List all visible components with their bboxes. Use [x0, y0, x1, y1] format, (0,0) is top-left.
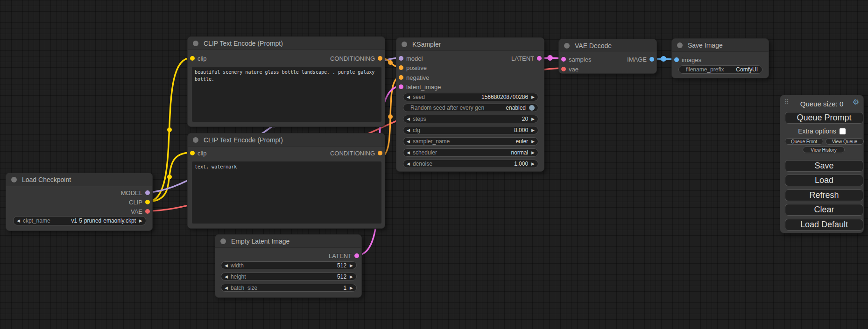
- output-slot-conditioning[interactable]: CONDITIONING: [330, 149, 382, 157]
- node-title-bar[interactable]: VAE Decode: [559, 39, 656, 52]
- image-port-icon[interactable]: [649, 57, 654, 62]
- increment-arrow-icon[interactable]: ▶: [350, 274, 353, 279]
- input-slot-images[interactable]: images: [674, 56, 701, 63]
- increment-arrow-icon[interactable]: ▶: [139, 218, 142, 223]
- node-clip-text-encode-negative[interactable]: CLIP Text Encode (Prompt) clip CONDITION…: [187, 133, 385, 229]
- collapse-dot-icon[interactable]: [402, 42, 407, 47]
- decrement-arrow-icon[interactable]: ◀: [17, 218, 20, 223]
- node-title-bar[interactable]: KSampler: [396, 38, 544, 51]
- save-button[interactable]: Save: [785, 160, 863, 172]
- latent-port-icon[interactable]: [561, 57, 566, 62]
- input-slot-vae[interactable]: vae: [561, 65, 579, 73]
- clip-port-icon[interactable]: [145, 200, 150, 204]
- load-default-button[interactable]: Load Default: [785, 219, 863, 231]
- conditioning-port-icon[interactable]: [378, 56, 382, 61]
- widget-seed[interactable]: ◀ seed 156680208700286 ▶: [403, 93, 538, 101]
- latent-port-icon[interactable]: [354, 253, 359, 258]
- decrement-arrow-icon[interactable]: ◀: [225, 286, 228, 290]
- collapse-dot-icon[interactable]: [564, 43, 570, 49]
- decrement-arrow-icon[interactable]: ◀: [407, 117, 410, 121]
- node-title-bar[interactable]: CLIP Text Encode (Prompt): [188, 37, 385, 50]
- increment-arrow-icon[interactable]: ▶: [531, 161, 535, 166]
- image-port-icon[interactable]: [674, 57, 679, 62]
- graph-canvas[interactable]: { "colors": { "model": "#B39DDB", "clip"…: [0, 0, 868, 329]
- conditioning-port-icon[interactable]: [399, 75, 403, 80]
- output-slot-conditioning[interactable]: CONDITIONING: [330, 55, 382, 62]
- toggle-enabled-icon[interactable]: [529, 105, 535, 111]
- decrement-arrow-icon[interactable]: ◀: [225, 274, 228, 279]
- clip-port-icon[interactable]: [190, 151, 195, 155]
- node-save-image[interactable]: Save Image images filename_prefix ComfyU…: [671, 38, 769, 78]
- increment-arrow-icon[interactable]: ▶: [350, 263, 353, 268]
- vae-port-icon[interactable]: [145, 209, 150, 214]
- input-slot-clip[interactable]: clip: [190, 55, 207, 62]
- increment-arrow-icon[interactable]: ▶: [531, 128, 535, 133]
- view-history-button[interactable]: View History: [803, 147, 845, 153]
- widget-cfg[interactable]: ◀ cfg 8.000 ▶: [403, 126, 538, 134]
- view-queue-button[interactable]: View Queue: [826, 138, 864, 145]
- settings-gear-icon[interactable]: ⚙: [853, 98, 859, 106]
- decrement-arrow-icon[interactable]: ◀: [225, 263, 228, 268]
- decrement-arrow-icon[interactable]: ◀: [407, 161, 410, 166]
- output-slot-image[interactable]: IMAGE: [627, 56, 654, 63]
- queue-front-button[interactable]: Queue Front: [785, 138, 823, 145]
- widget-denoise[interactable]: ◀ denoise 1.000 ▶: [403, 160, 538, 168]
- collapse-dot-icon[interactable]: [677, 42, 683, 48]
- decrement-arrow-icon[interactable]: ◀: [407, 95, 410, 99]
- widget-steps[interactable]: ◀ steps 20 ▶: [403, 115, 538, 123]
- output-slot-clip[interactable]: CLIP: [129, 198, 150, 206]
- collapse-dot-icon[interactable]: [220, 238, 226, 244]
- clear-button[interactable]: Clear: [785, 204, 863, 216]
- input-slot-positive[interactable]: positive: [399, 64, 427, 71]
- node-vae-decode[interactable]: VAE Decode samples vae IMAGE: [558, 39, 657, 74]
- prompt-textarea[interactable]: text, watermark: [192, 161, 381, 224]
- vae-port-icon[interactable]: [561, 67, 566, 71]
- latent-port-icon[interactable]: [399, 84, 403, 89]
- node-title-bar[interactable]: Load Checkpoint: [6, 173, 152, 186]
- input-slot-samples[interactable]: samples: [561, 56, 591, 63]
- node-title-bar[interactable]: Empty Latent Image: [215, 235, 361, 248]
- widget-sampler-name[interactable]: ◀ sampler_name euler ▶: [403, 137, 538, 146]
- increment-arrow-icon[interactable]: ▶: [531, 95, 535, 99]
- conditioning-port-icon[interactable]: [399, 65, 403, 70]
- load-button[interactable]: Load: [785, 175, 863, 186]
- collapse-dot-icon[interactable]: [193, 41, 198, 46]
- increment-arrow-icon[interactable]: ▶: [531, 150, 535, 155]
- output-slot-latent[interactable]: LATENT: [329, 252, 359, 259]
- node-ksampler[interactable]: KSampler model positive negative latent_…: [396, 37, 544, 172]
- clip-port-icon[interactable]: [190, 56, 195, 61]
- increment-arrow-icon[interactable]: ▶: [531, 139, 535, 144]
- output-slot-latent[interactable]: LATENT: [511, 55, 542, 62]
- model-port-icon[interactable]: [399, 56, 403, 61]
- prompt-textarea[interactable]: beautiful scenery nature glass bottle la…: [192, 67, 381, 122]
- widget-random-seed-toggle[interactable]: Random seed after every gen enabled: [403, 104, 538, 112]
- input-slot-latent-image[interactable]: latent_image: [399, 83, 441, 91]
- input-slot-model[interactable]: model: [399, 55, 423, 62]
- model-port-icon[interactable]: [145, 190, 150, 195]
- input-slot-negative[interactable]: negative: [399, 74, 429, 81]
- widget-batch-size[interactable]: ◀ batch_size 1 ▶: [221, 284, 357, 292]
- widget-ckpt-name[interactable]: ◀ ckpt_name v1-5-pruned-emaonly.ckpt ▶: [13, 216, 146, 225]
- decrement-arrow-icon[interactable]: ◀: [407, 150, 410, 155]
- node-title-bar[interactable]: CLIP Text Encode (Prompt): [188, 133, 385, 147]
- extra-options-checkbox[interactable]: [840, 128, 846, 134]
- decrement-arrow-icon[interactable]: ◀: [407, 139, 410, 144]
- decrement-arrow-icon[interactable]: ◀: [407, 128, 410, 133]
- output-slot-model[interactable]: MODEL: [121, 189, 150, 196]
- widget-scheduler[interactable]: ◀ scheduler normal ▶: [403, 148, 538, 157]
- node-title-bar[interactable]: Save Image: [672, 39, 769, 52]
- latent-port-icon[interactable]: [537, 56, 542, 61]
- widget-width[interactable]: ◀ width 512 ▶: [221, 261, 357, 269]
- node-clip-text-encode-positive[interactable]: CLIP Text Encode (Prompt) clip CONDITION…: [187, 36, 385, 127]
- node-empty-latent-image[interactable]: Empty Latent Image LATENT ◀ width 512 ▶ …: [215, 234, 362, 298]
- queue-prompt-button[interactable]: Queue Prompt: [785, 112, 863, 124]
- widget-filename-prefix[interactable]: filename_prefix ComfyUI: [678, 65, 762, 74]
- widget-height[interactable]: ◀ height 512 ▶: [221, 273, 357, 280]
- refresh-button[interactable]: Refresh: [785, 189, 863, 201]
- conditioning-port-icon[interactable]: [378, 151, 382, 155]
- increment-arrow-icon[interactable]: ▶: [531, 117, 535, 121]
- node-load-checkpoint[interactable]: Load Checkpoint MODEL CLIP VAE ◀ ckpt_na…: [6, 173, 153, 231]
- collapse-dot-icon[interactable]: [193, 137, 198, 143]
- output-slot-vae[interactable]: VAE: [131, 208, 150, 215]
- collapse-dot-icon[interactable]: [11, 177, 17, 182]
